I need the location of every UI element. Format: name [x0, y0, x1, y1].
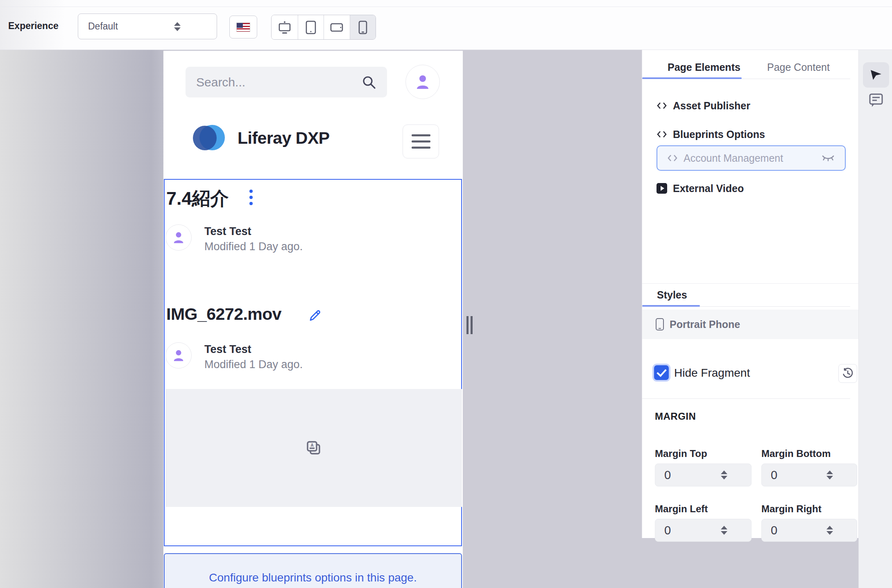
margin-left-select[interactable]: 0: [655, 519, 752, 542]
comments-button[interactable]: [869, 93, 883, 108]
margin-top-select[interactable]: 0: [655, 464, 752, 486]
section-divider: [642, 283, 859, 284]
experience-value: Default: [88, 21, 147, 32]
liferay-logo: [193, 125, 225, 151]
edit-pencil-icon[interactable]: [308, 309, 322, 323]
tab-styles[interactable]: Styles: [657, 289, 687, 301]
hide-fragment-label: Hide Fragment: [674, 366, 750, 380]
asset-entry: Test Test Modified 1 Day ago.: [165, 224, 370, 251]
hamburger-icon: [412, 134, 430, 136]
code-icon: [657, 101, 673, 110]
hide-fragment-row: Hide Fragment: [642, 364, 859, 384]
device-preview-group: [271, 15, 376, 40]
active-tab-indicator: [642, 77, 742, 79]
code-icon: [667, 154, 684, 163]
site-title: Liferay DXP: [238, 129, 330, 148]
fragment-kebab-menu[interactable]: [245, 190, 257, 210]
tablet-icon: [305, 20, 317, 34]
media-title: IMG_6272.mov: [166, 305, 281, 324]
select-caret-icon: [704, 470, 744, 479]
select-caret-icon: [704, 526, 744, 535]
user-avatar[interactable]: [405, 65, 440, 99]
language-selector-button[interactable]: [229, 16, 257, 38]
author-name: Test Test: [204, 225, 251, 238]
modified-date: Modified 1 Day ago.: [204, 240, 303, 253]
section-divider: [642, 398, 850, 399]
tree-item-blueprints-options[interactable]: Blueprints Options: [657, 126, 846, 142]
author-avatar: [165, 342, 192, 369]
device-landscape-phone-button[interactable]: [324, 15, 350, 39]
selected-fragment[interactable]: 7.4紹介 Test Test Modified 1 Day ago. IMG_…: [164, 179, 462, 546]
device-tablet-button[interactable]: [298, 15, 324, 39]
tree-item-external-video[interactable]: External Video: [657, 180, 846, 197]
person-icon: [414, 73, 431, 90]
person-icon: [172, 231, 186, 244]
cursor-icon: [869, 69, 883, 81]
experience-label: Experience: [8, 20, 59, 32]
svg-text:A: A: [310, 443, 313, 448]
margin-right-select[interactable]: 0: [761, 519, 857, 542]
viewport-label: Portrait Phone: [670, 319, 740, 330]
portrait-phone-icon: [656, 318, 664, 330]
select-caret-icon: [810, 526, 849, 535]
stacked-cards-icon: A: [306, 440, 322, 456]
hide-fragment-checkbox[interactable]: [654, 365, 669, 380]
experience-select[interactable]: Default: [78, 14, 217, 39]
tree-item-account-management-selected[interactable]: Account Management: [657, 145, 846, 171]
desktop-icon: [278, 21, 292, 34]
panel-resize-handle[interactable]: [466, 316, 473, 334]
tree-item-asset-publisher[interactable]: Asset Publisher: [657, 97, 846, 114]
portrait-phone-icon: [358, 20, 368, 34]
margin-bottom-label: Margin Bottom: [761, 448, 831, 459]
select-caret-icon: [147, 22, 207, 31]
sidebar-toolbar: [858, 50, 892, 588]
portrait-phone-preview: Liferay DXP 7.4紹介 Test Test Modified 1 D…: [163, 51, 463, 588]
author-name: Test Test: [204, 343, 251, 356]
device-portrait-phone-button[interactable]: [350, 15, 376, 39]
history-icon: [842, 368, 854, 379]
device-desktop-button[interactable]: [272, 15, 298, 39]
blueprints-notice-box: Configure blueprints options in this pag…: [164, 553, 462, 588]
asset-entry: Test Test Modified 1 Day ago.: [165, 342, 370, 369]
search-input[interactable]: [196, 75, 362, 89]
author-avatar: [165, 224, 192, 251]
margin-right-label: Margin Right: [761, 503, 822, 515]
tab-page-content[interactable]: Page Content: [767, 61, 830, 73]
search-bar: [186, 67, 387, 97]
person-icon: [172, 348, 186, 362]
code-icon: [657, 130, 673, 139]
tab-page-elements[interactable]: Page Elements: [668, 61, 740, 73]
hidden-eye-icon: [821, 154, 835, 162]
viewport-indicator-row: Portrait Phone: [642, 310, 859, 339]
margin-section-heading: MARGIN: [655, 411, 696, 422]
active-tab-indicator: [642, 305, 700, 307]
selection-tool-button[interactable]: [863, 62, 889, 88]
select-caret-icon: [810, 470, 849, 479]
landscape-phone-icon: [330, 22, 344, 33]
restore-default-button[interactable]: [838, 364, 857, 383]
media-placeholder: A: [165, 389, 462, 507]
menu-button[interactable]: [403, 124, 439, 158]
search-icon[interactable]: [362, 75, 376, 90]
experience-toolbar: Experience Default: [0, 0, 892, 50]
us-flag-icon: [236, 23, 250, 32]
video-icon: [657, 183, 673, 194]
modified-date: Modified 1 Day ago.: [204, 358, 303, 371]
fragment-heading: 7.4紹介: [166, 186, 229, 211]
margin-top-label: Margin Top: [655, 448, 707, 459]
configure-blueprints-link[interactable]: Configure blueprints options in this pag…: [165, 571, 461, 584]
margin-bottom-select[interactable]: 0: [761, 464, 857, 486]
browser-panel: Browser Page Elements Page Content Asset…: [642, 0, 858, 538]
margin-left-label: Margin Left: [655, 503, 708, 515]
